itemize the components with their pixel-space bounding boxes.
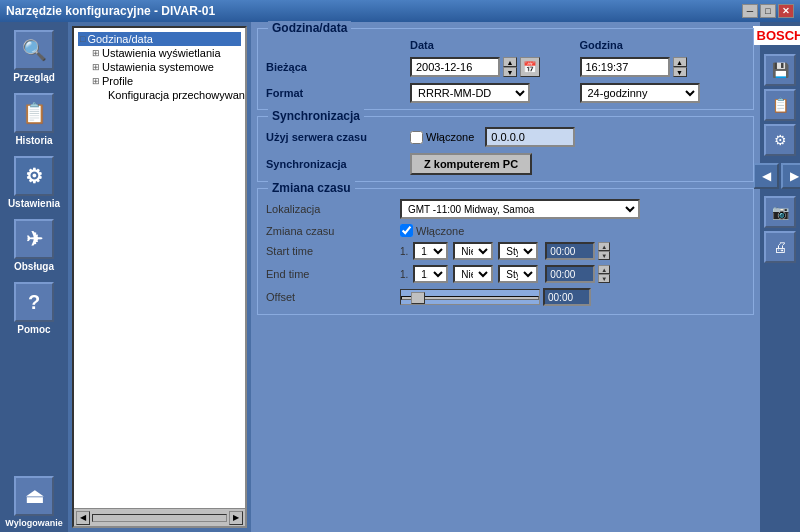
tree-label-konfiguracja: Konfiguracja przechowywani <box>108 89 245 101</box>
nav-item-ustawienia[interactable]: ⚙ Ustawienia <box>4 152 64 213</box>
ip-input[interactable] <box>485 127 575 147</box>
time-spin: ▲ ▼ <box>673 57 687 77</box>
title-bar: Narzędzie konfiguracyjne - DIVAR-01 ─ □ … <box>0 0 800 22</box>
date-format-select-container: RRRR-MM-DD MM-DD-RRRR DD-MM-RRRR <box>410 83 576 103</box>
sync-form: Użyj serwera czasu Włączone Synchronizac… <box>266 127 745 175</box>
end-month2-select[interactable]: Sty <box>498 265 538 283</box>
right-btn-clipboard[interactable]: 📋 <box>764 89 796 121</box>
expand-icon-profile: ⊞ <box>92 76 100 86</box>
expand-icon-godzina: □ <box>80 34 85 44</box>
arrow-right-button[interactable]: ▶ <box>781 163 800 189</box>
wlaczone-checkbox[interactable] <box>410 131 423 144</box>
end-time-spin-up[interactable]: ▲ <box>598 265 610 274</box>
offset-row <box>400 288 745 306</box>
date-spin-up[interactable]: ▲ <box>503 57 517 67</box>
lokalizacja-label: Lokalizacja <box>266 203 396 215</box>
sync-button[interactable]: Z komputerem PC <box>410 153 532 175</box>
right-btn-settings[interactable]: ⚙ <box>764 124 796 156</box>
tree-item-ustawienia-systemowe[interactable]: ⊞ Ustawienia systemowe <box>78 60 241 74</box>
scroll-left-button[interactable]: ◀ <box>76 511 90 525</box>
tree-content: □ Godzina/data ⊞ Ustawienia wyświetlania… <box>74 28 245 508</box>
scroll-track <box>92 514 227 522</box>
col-data-header: Data <box>410 39 576 51</box>
slider-thumb[interactable] <box>411 292 425 304</box>
start-time-label: Start time <box>266 245 396 257</box>
uzyj-label: Użyj serwera czasu <box>266 131 406 143</box>
date-spin-down[interactable]: ▼ <box>503 67 517 77</box>
time-input[interactable] <box>580 57 670 77</box>
end-day-select[interactable]: 1. <box>413 265 448 283</box>
date-format-select[interactable]: RRRR-MM-DD MM-DD-RRRR DD-MM-RRRR <box>410 83 530 103</box>
end-time-label: End time <box>266 268 396 280</box>
end-time-spin-down[interactable]: ▼ <box>598 274 610 283</box>
bosch-logo: BOSCH <box>753 26 800 45</box>
expand-icon-ustawienia-systemowe: ⊞ <box>92 62 100 72</box>
przegld-icon: 🔍 <box>14 30 54 70</box>
end-time-input[interactable] <box>545 265 595 283</box>
format-label: Format <box>266 87 406 99</box>
right-btn-save[interactable]: 💾 <box>764 54 796 86</box>
nav-item-historia[interactable]: 📋 Historia <box>4 89 64 150</box>
tree-item-ustawienia-wyswietlania[interactable]: ⊞ Ustawienia wyświetlania <box>78 46 241 60</box>
sync-section: Synchronizacja Użyj serwera czasu Włączo… <box>257 116 754 182</box>
historia-icon: 📋 <box>14 93 54 133</box>
col-godzina-header: Godzina <box>580 39 746 51</box>
right-panel: BOSCH 💾 📋 ⚙ ◀ ▶ 📷 🖨 <box>760 22 800 532</box>
start-time-input[interactable] <box>545 242 595 260</box>
ustawienia-icon: ⚙ <box>14 156 54 196</box>
przegld-label: Przegląd <box>13 72 55 83</box>
start-time-input-group: ▲ ▼ <box>545 242 610 260</box>
tree-item-konfiguracja[interactable]: Konfiguracja przechowywani <box>78 88 241 102</box>
tree-item-godzina[interactable]: □ Godzina/data <box>78 32 241 46</box>
wylogowanie-icon: ⏏ <box>14 476 54 516</box>
synchronizacja-label: Synchronizacja <box>266 158 406 170</box>
start-time-spin-up[interactable]: ▲ <box>598 242 610 251</box>
nav-item-przegld[interactable]: 🔍 Przegląd <box>4 26 64 87</box>
obsluga-label: Obsługa <box>14 261 54 272</box>
nav-item-wylogowanie[interactable]: ⏏ Wylogowanie <box>4 472 64 532</box>
zmiana-wlaczone-checkbox[interactable] <box>400 224 413 237</box>
nav-item-pomoc[interactable]: ? Pomoc <box>4 278 64 339</box>
maximize-button[interactable]: □ <box>760 4 776 18</box>
left-navigation: 🔍 Przegląd 📋 Historia ⚙ Ustawienia ✈ Obs… <box>0 22 68 532</box>
date-spin: ▲ ▼ <box>503 57 517 77</box>
time-spin-up[interactable]: ▲ <box>673 57 687 67</box>
start-month2-select[interactable]: Sty <box>498 242 538 260</box>
time-input-group: ▲ ▼ <box>580 57 746 77</box>
date-input[interactable] <box>410 57 500 77</box>
start-time-row: 1. 1. Nie Sty ▲ ▼ <box>400 242 745 260</box>
start-day-select[interactable]: 1. <box>413 242 448 260</box>
start-time-spin-down[interactable]: ▼ <box>598 251 610 260</box>
arrow-left-button[interactable]: ◀ <box>753 163 779 189</box>
wlaczone-label: Włączone <box>426 131 474 143</box>
offset-slider[interactable] <box>400 289 540 305</box>
ustawienia-label: Ustawienia <box>8 198 60 209</box>
tree-item-profile[interactable]: ⊞ Profile <box>78 74 241 88</box>
offset-label: Offset <box>266 291 396 303</box>
expand-icon-ustawienia-wyswietlania: ⊞ <box>92 48 100 58</box>
offset-time-input[interactable] <box>543 288 591 306</box>
app-title: Narzędzie konfiguracyjne - DIVAR-01 <box>6 4 215 18</box>
time-format-select[interactable]: 24-godzinny 12-godzinny <box>580 83 700 103</box>
right-btn-camera[interactable]: 📷 <box>764 196 796 228</box>
close-button[interactable]: ✕ <box>778 4 794 18</box>
tree-label-ustawienia-systemowe: Ustawienia systemowe <box>102 61 214 73</box>
zmiana-form: Lokalizacja GMT -11:00 Midway, Samoa Zmi… <box>266 199 745 306</box>
historia-label: Historia <box>15 135 52 146</box>
calendar-button[interactable]: 📅 <box>520 57 540 77</box>
time-spin-down[interactable]: ▼ <box>673 67 687 77</box>
nav-item-obsluga[interactable]: ✈ Obsługa <box>4 215 64 276</box>
start-day-value: 1. <box>400 246 408 257</box>
scroll-right-button[interactable]: ▶ <box>229 511 243 525</box>
main-content: Godzina/data Data Godzina Bieżąca ▲ ▼ 📅 <box>251 22 760 532</box>
lokalizacja-select[interactable]: GMT -11:00 Midway, Samoa <box>400 199 640 219</box>
uzyj-row: Włączone <box>410 127 745 147</box>
start-month1-select[interactable]: Nie <box>453 242 493 260</box>
minimize-button[interactable]: ─ <box>742 4 758 18</box>
end-month1-select[interactable]: Nie <box>453 265 493 283</box>
tree-scrollbar: ◀ ▶ <box>74 508 245 526</box>
pomoc-icon: ? <box>14 282 54 322</box>
tree-label-profile: Profile <box>102 75 133 87</box>
end-time-row: 1. 1. Nie Sty ▲ ▼ <box>400 265 745 283</box>
right-btn-export[interactable]: 🖨 <box>764 231 796 263</box>
